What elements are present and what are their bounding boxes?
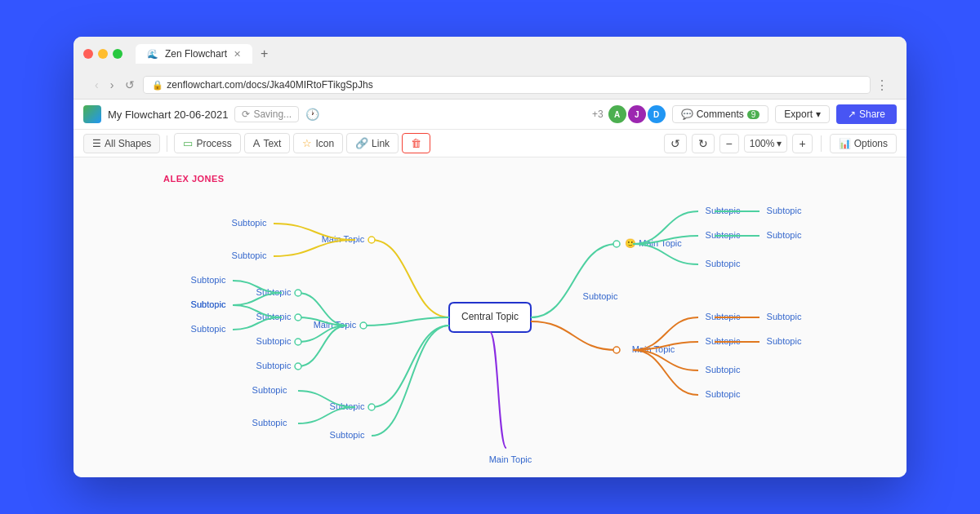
avatar-d: D bbox=[648, 105, 666, 123]
share-button[interactable]: ↗ Share bbox=[836, 104, 897, 124]
avatar-a: A bbox=[608, 105, 626, 123]
history-button[interactable]: 🕐 bbox=[305, 108, 319, 121]
all-shapes-label: All Shapes bbox=[105, 138, 151, 149]
zoom-chevron-icon: ▾ bbox=[777, 138, 782, 149]
toolbar-divider-2 bbox=[821, 135, 822, 152]
export-chevron-icon: ▾ bbox=[816, 109, 821, 120]
user-cursor-label: ALEX JONES bbox=[163, 174, 225, 184]
minimize-button[interactable] bbox=[98, 49, 108, 59]
comments-badge: 9 bbox=[747, 110, 760, 119]
collaborators: +3 A J D bbox=[592, 105, 666, 123]
options-label: Options bbox=[854, 138, 888, 149]
icon-tool[interactable]: ☆ Icon bbox=[293, 133, 343, 153]
tab-title: Zen Flowchart bbox=[165, 48, 227, 60]
tab-bar: 🌊 Zen Flowchart ✕ + bbox=[136, 43, 273, 64]
save-text: Saving... bbox=[253, 109, 292, 120]
shapes-menu-icon: ☰ bbox=[92, 138, 101, 149]
comments-button[interactable]: 💬 Comments 9 bbox=[672, 105, 769, 123]
all-shapes-dropdown[interactable]: ☰ All Shapes bbox=[83, 134, 160, 153]
options-icon: 📊 bbox=[839, 138, 851, 149]
app-icon bbox=[83, 105, 101, 123]
zoom-value: 100% bbox=[750, 138, 775, 149]
toolbar-right: ↺ ↻ − 100% ▾ + 📊 Options bbox=[664, 134, 897, 153]
maximize-button[interactable] bbox=[113, 49, 122, 59]
rotate-right-button[interactable]: ↻ bbox=[692, 134, 715, 153]
comments-label: Comments bbox=[697, 109, 744, 120]
icon-label: Icon bbox=[315, 138, 334, 149]
url-text: zenflowchart.com/docs/Jka40MIRtoFTikgSpJ… bbox=[167, 79, 372, 91]
more-options-button[interactable]: ⋮ bbox=[875, 78, 889, 93]
canvas-area[interactable]: ALEX JONES bbox=[74, 157, 906, 477]
zoom-in-button[interactable]: + bbox=[792, 134, 812, 153]
process-icon: ▭ bbox=[183, 137, 193, 149]
browser-window: 🌊 Zen Flowchart ✕ + ‹ › ↺ 🔒 zenflowchart… bbox=[74, 37, 906, 477]
toolbar-divider-1 bbox=[167, 135, 167, 152]
delete-icon: 🗑 bbox=[411, 137, 421, 149]
text-tool[interactable]: A Text bbox=[244, 133, 291, 153]
forward-button[interactable]: › bbox=[107, 77, 118, 93]
link-icon: 🔗 bbox=[355, 137, 368, 149]
text-label: Text bbox=[263, 138, 281, 149]
zoom-level[interactable]: 100% ▾ bbox=[744, 135, 788, 153]
active-tab[interactable]: 🌊 Zen Flowchart ✕ bbox=[136, 44, 252, 64]
new-tab-button[interactable]: + bbox=[256, 43, 273, 64]
doc-title: My Flowchart 20-06-2021 bbox=[108, 109, 228, 121]
options-button[interactable]: 📊 Options bbox=[830, 134, 897, 153]
star-icon: ☆ bbox=[302, 137, 312, 149]
zoom-out-button[interactable]: − bbox=[719, 134, 739, 153]
lock-icon: 🔒 bbox=[152, 80, 163, 91]
close-button[interactable] bbox=[83, 49, 93, 59]
export-button[interactable]: Export ▾ bbox=[775, 105, 830, 123]
collab-count: +3 bbox=[592, 109, 604, 120]
export-label: Export bbox=[784, 109, 813, 120]
comments-icon: 💬 bbox=[681, 109, 693, 120]
text-icon: A bbox=[253, 137, 261, 149]
save-icon: ⟳ bbox=[242, 109, 250, 120]
process-tool[interactable]: ▭ Process bbox=[174, 133, 240, 153]
link-tool[interactable]: 🔗 Link bbox=[346, 133, 399, 153]
tab-close-icon[interactable]: ✕ bbox=[234, 49, 241, 60]
url-bar[interactable]: 🔒 zenflowchart.com/docs/Jka40MIRtoFTikgS… bbox=[143, 76, 871, 94]
mindmap-canvas[interactable] bbox=[74, 157, 906, 477]
browser-chrome: 🌊 Zen Flowchart ✕ + ‹ › ↺ 🔒 zenflowchart… bbox=[74, 37, 906, 100]
link-label: Link bbox=[372, 138, 390, 149]
address-bar: ‹ › ↺ 🔒 zenflowchart.com/docs/Jka40MIRto… bbox=[83, 71, 897, 99]
back-button[interactable]: ‹ bbox=[91, 77, 102, 93]
save-status: ⟳ Saving... bbox=[234, 106, 299, 122]
title-bar: 🌊 Zen Flowchart ✕ + bbox=[83, 43, 897, 64]
traffic-lights bbox=[83, 49, 122, 59]
refresh-button[interactable]: ↺ bbox=[122, 77, 138, 93]
app-toolbar: My Flowchart 20-06-2021 ⟳ Saving... 🕐 +3… bbox=[74, 100, 906, 130]
share-label: Share bbox=[859, 109, 885, 120]
rotate-left-button[interactable]: ↺ bbox=[664, 134, 687, 153]
share-icon: ↗ bbox=[848, 109, 856, 120]
process-label: Process bbox=[196, 138, 231, 149]
avatar-j: J bbox=[628, 105, 646, 123]
delete-tool[interactable]: 🗑 bbox=[402, 133, 430, 153]
shapes-toolbar: ☰ All Shapes ▭ Process A Text ☆ Icon 🔗 L… bbox=[74, 130, 906, 157]
